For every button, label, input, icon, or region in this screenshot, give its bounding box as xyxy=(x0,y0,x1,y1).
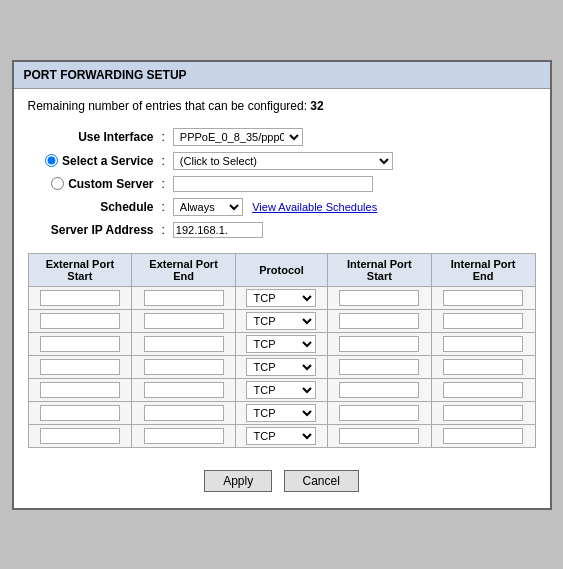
protocol-select[interactable]: TCP UDP TCP/UDP xyxy=(246,289,316,307)
int-port-end-input[interactable] xyxy=(443,428,523,444)
select-service-row: Select a Service : (Click to Select) xyxy=(28,149,536,173)
int-port-end-input[interactable] xyxy=(443,359,523,375)
ext-port-start-input[interactable] xyxy=(40,405,120,421)
remaining-label: Remaining number of entries that can be … xyxy=(28,99,308,113)
custom-server-row: Custom Server : xyxy=(28,173,536,195)
int-port-start-input[interactable] xyxy=(339,359,419,375)
protocol-select[interactable]: TCP UDP TCP/UDP xyxy=(246,427,316,445)
view-schedules-link[interactable]: View Available Schedules xyxy=(252,201,377,213)
ext-port-end-input[interactable] xyxy=(144,405,224,421)
col-int-port-end: Internal PortEnd xyxy=(431,253,535,286)
service-select[interactable]: (Click to Select) xyxy=(173,152,393,170)
select-service-radio[interactable] xyxy=(45,154,58,167)
custom-server-radio[interactable] xyxy=(51,177,64,190)
int-port-start-input[interactable] xyxy=(339,336,419,352)
col-protocol: Protocol xyxy=(235,253,327,286)
use-interface-label: Use Interface xyxy=(28,125,158,149)
custom-server-label: Custom Server xyxy=(68,177,153,191)
select-service-label: Select a Service xyxy=(62,154,153,168)
table-row: TCP UDP TCP/UDP xyxy=(28,378,535,401)
form-table: Use Interface : PPPoE_0_8_35/ppp0 Select… xyxy=(28,125,536,241)
protocol-select[interactable]: TCP UDP TCP/UDP xyxy=(246,404,316,422)
ext-port-start-input[interactable] xyxy=(40,428,120,444)
ext-port-end-input[interactable] xyxy=(144,313,224,329)
int-port-start-input[interactable] xyxy=(339,405,419,421)
apply-button[interactable]: Apply xyxy=(204,470,272,492)
remaining-count: 32 xyxy=(310,99,323,113)
table-row: TCP UDP TCP/UDP xyxy=(28,286,535,309)
schedule-row: Schedule : Always View Available Schedul… xyxy=(28,195,536,219)
protocol-select[interactable]: TCP UDP TCP/UDP xyxy=(246,381,316,399)
int-port-end-input[interactable] xyxy=(443,382,523,398)
col-int-port-start: Internal PortStart xyxy=(328,253,432,286)
button-row: Apply Cancel xyxy=(28,462,536,498)
int-port-end-input[interactable] xyxy=(443,336,523,352)
table-row: TCP UDP TCP/UDP xyxy=(28,355,535,378)
custom-server-input[interactable] xyxy=(173,176,373,192)
dialog-body: Remaining number of entries that can be … xyxy=(14,89,550,508)
ext-port-start-input[interactable] xyxy=(40,359,120,375)
int-port-start-input[interactable] xyxy=(339,290,419,306)
table-row: TCP UDP TCP/UDP xyxy=(28,401,535,424)
ext-port-end-input[interactable] xyxy=(144,290,224,306)
protocol-select[interactable]: TCP UDP TCP/UDP xyxy=(246,335,316,353)
int-port-end-input[interactable] xyxy=(443,290,523,306)
int-port-start-input[interactable] xyxy=(339,313,419,329)
col-ext-port-start: External PortStart xyxy=(28,253,132,286)
server-ip-label: Server IP Address xyxy=(28,219,158,241)
ext-port-end-input[interactable] xyxy=(144,359,224,375)
int-port-end-input[interactable] xyxy=(443,405,523,421)
ext-port-end-input[interactable] xyxy=(144,336,224,352)
dialog-title: PORT FORWARDING SETUP xyxy=(14,62,550,89)
ext-port-start-input[interactable] xyxy=(40,313,120,329)
ext-port-start-input[interactable] xyxy=(40,290,120,306)
ext-port-start-input[interactable] xyxy=(40,382,120,398)
protocol-select[interactable]: TCP UDP TCP/UDP xyxy=(246,358,316,376)
port-forwarding-table: External PortStart External PortEnd Prot… xyxy=(28,253,536,448)
server-ip-input[interactable] xyxy=(173,222,263,238)
dialog: PORT FORWARDING SETUP Remaining number o… xyxy=(12,60,552,510)
int-port-end-input[interactable] xyxy=(443,313,523,329)
col-ext-port-end: External PortEnd xyxy=(132,253,236,286)
ext-port-end-input[interactable] xyxy=(144,428,224,444)
table-row: TCP UDP TCP/UDP xyxy=(28,309,535,332)
use-interface-select[interactable]: PPPoE_0_8_35/ppp0 xyxy=(173,128,303,146)
server-ip-row: Server IP Address : xyxy=(28,219,536,241)
int-port-start-input[interactable] xyxy=(339,428,419,444)
protocol-select[interactable]: TCP UDP TCP/UDP xyxy=(246,312,316,330)
table-row: TCP UDP TCP/UDP xyxy=(28,424,535,447)
cancel-button[interactable]: Cancel xyxy=(284,470,359,492)
table-row: TCP UDP TCP/UDP xyxy=(28,332,535,355)
ext-port-end-input[interactable] xyxy=(144,382,224,398)
remaining-text: Remaining number of entries that can be … xyxy=(28,99,536,113)
table-header-row: External PortStart External PortEnd Prot… xyxy=(28,253,535,286)
ext-port-start-input[interactable] xyxy=(40,336,120,352)
schedule-select[interactable]: Always xyxy=(173,198,243,216)
use-interface-row: Use Interface : PPPoE_0_8_35/ppp0 xyxy=(28,125,536,149)
schedule-label: Schedule xyxy=(28,195,158,219)
int-port-start-input[interactable] xyxy=(339,382,419,398)
